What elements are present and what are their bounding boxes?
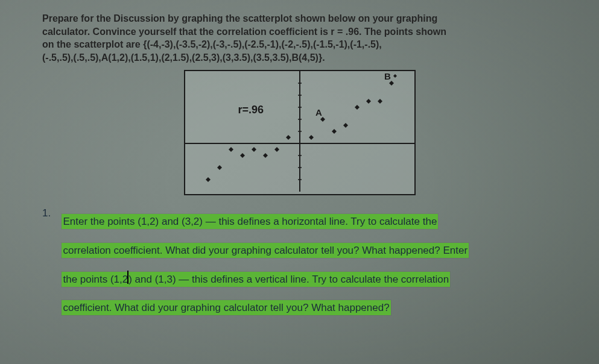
scatterplot-chart: r=.96AB: [184, 70, 416, 195]
data-point: [355, 105, 360, 110]
data-point: [389, 81, 394, 86]
intro-paragraph: Prepare for the Discussion by graphing t…: [18, 12, 581, 64]
data-point: [309, 135, 314, 140]
question-number: 1.: [42, 207, 59, 219]
question-body[interactable]: Enter the points (1,2) and (3,2) — this …: [62, 207, 570, 322]
point-label: A: [315, 107, 322, 118]
data-point: [332, 129, 337, 134]
data-point: [252, 147, 256, 152]
data-point: [286, 135, 291, 140]
data-point: [320, 117, 325, 122]
data-point: [206, 177, 211, 182]
intro-line: on the scatterplot are {(-4,-3),(-3.5,-2…: [42, 38, 581, 51]
data-point: [366, 99, 371, 104]
data-point: [378, 99, 382, 104]
highlighted-text: the points (1,2) and (1,3) — this define…: [62, 272, 450, 287]
data-point: [229, 147, 233, 152]
data-point: [263, 153, 268, 158]
data-point: [343, 123, 348, 128]
intro-line: calculator. Convince yourself that the c…: [42, 25, 581, 39]
r-label: r=.96: [238, 104, 264, 116]
intro-line: Prepare for the Discussion by graphing t…: [42, 12, 581, 25]
intro-line: (-.5,.5),(.5,.5),A(1,2),(1.5,1),(2,1.5),…: [42, 51, 581, 64]
data-point: [274, 147, 279, 152]
text-cursor: [128, 272, 128, 283]
data-point: [217, 165, 222, 170]
chart-svg: r=.96AB: [185, 71, 414, 192]
highlighted-text: correlation coefficient. What did your g…: [62, 243, 469, 258]
data-point: [240, 153, 245, 158]
question-1: 1. Enter the points (1,2) and (3,2) — th…: [18, 207, 581, 322]
highlighted-text: Enter the points (1,2) and (3,2) — this …: [62, 214, 438, 229]
highlighted-text: coefficient. What did your graphing calc…: [62, 300, 390, 315]
point-label: B: [384, 71, 391, 81]
